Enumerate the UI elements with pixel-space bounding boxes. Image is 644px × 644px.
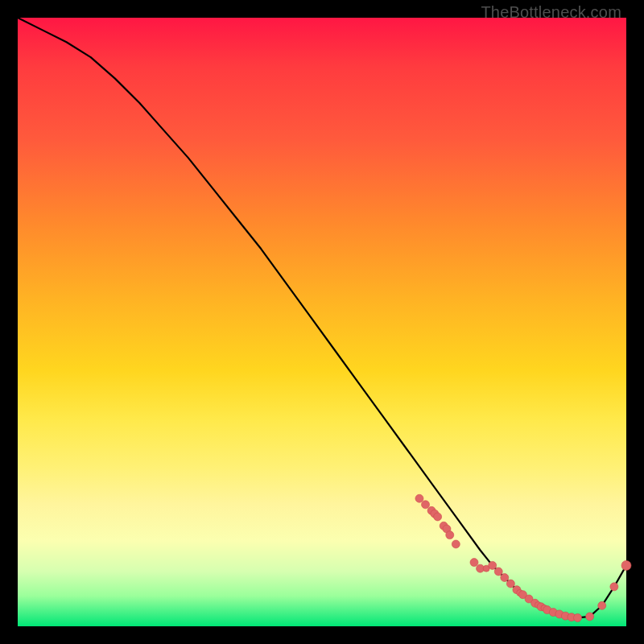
data-point (452, 540, 460, 548)
data-point (501, 574, 509, 582)
plot-area (18, 18, 626, 626)
curve-path (18, 18, 626, 617)
data-point (574, 613, 582, 621)
data-point (621, 560, 631, 570)
bottleneck-curve (18, 18, 626, 617)
data-point (586, 613, 594, 621)
data-point (470, 559, 478, 567)
data-point (506, 580, 514, 588)
marker-cluster (415, 494, 631, 621)
data-point (446, 531, 454, 539)
chart-frame: TheBottleneck.com (0, 0, 644, 644)
data-point (610, 583, 618, 591)
data-point (598, 601, 606, 609)
data-point (489, 561, 497, 569)
data-point (422, 501, 430, 509)
data-point (415, 494, 423, 502)
data-point (434, 513, 442, 521)
chart-overlay (18, 18, 626, 626)
data-point (494, 568, 502, 576)
watermark-text: TheBottleneck.com (481, 3, 621, 22)
